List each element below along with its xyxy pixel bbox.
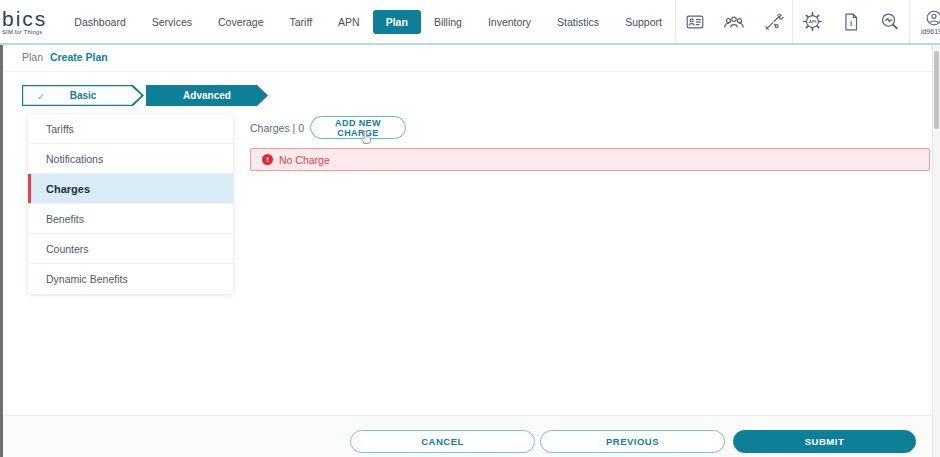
action-footer: CANCEL PREVIOUS SUBMIT (3, 415, 932, 457)
user-avatar-icon (924, 8, 940, 28)
scrollbar-thumb[interactable] (934, 51, 939, 129)
nav-inventory[interactable]: Inventory (475, 10, 544, 34)
plan-section-sidebar: Tariffs Notifications Charges Benefits C… (28, 114, 233, 294)
add-new-charge-button[interactable]: ADD NEW CHARGE (310, 116, 406, 139)
previous-button[interactable]: PREVIOUS (540, 430, 725, 453)
check-icon: ✓ (37, 90, 45, 101)
diagnostics-icon[interactable] (870, 10, 909, 33)
sidebar-item-notifications[interactable]: Notifications (28, 144, 233, 174)
user-menu[interactable]: id9619... (910, 8, 940, 35)
api-gear-icon[interactable]: API (793, 10, 832, 33)
top-header: bics SIM for Things Dashboard Services C… (0, 0, 940, 43)
brand-tagline: SIM for Things (2, 30, 47, 36)
nav-services[interactable]: Services (139, 10, 205, 34)
cancel-button[interactable]: CANCEL (350, 430, 535, 453)
document-info-icon[interactable]: i (832, 11, 870, 33)
breadcrumb-plan[interactable]: Plan (22, 51, 43, 63)
step-advanced-label: Advanced (183, 90, 231, 101)
alert-message: No Charge (279, 154, 330, 166)
breadcrumb: Plan Create Plan (22, 51, 108, 63)
header-accent-line (0, 43, 940, 45)
main-nav: Dashboard Services Coverage Tariff APN P… (61, 10, 675, 34)
user-id-label: id9619... (921, 28, 940, 35)
breadcrumb-create-plan: Create Plan (50, 51, 108, 63)
error-circle-icon: ! (262, 154, 273, 165)
step-advanced[interactable]: Advanced (146, 85, 268, 106)
header-toolbar: API i id9619... (675, 0, 940, 43)
brand-name: bics (2, 8, 47, 29)
nav-dashboard[interactable]: Dashboard (61, 10, 138, 34)
no-charge-alert: ! No Charge (250, 148, 930, 171)
nav-coverage[interactable]: Coverage (205, 10, 277, 34)
sidebar-item-benefits[interactable]: Benefits (28, 204, 233, 234)
wizard-steps: ✓ Basic Advanced (22, 85, 268, 106)
nav-tariff[interactable]: Tariff (277, 10, 326, 34)
sidebar-item-counters[interactable]: Counters (28, 234, 233, 264)
api-gear-label: API (809, 19, 816, 24)
left-panel-edge (0, 45, 3, 457)
nav-statistics[interactable]: Statistics (544, 10, 612, 34)
breadcrumb-divider (3, 71, 932, 72)
document-info-glyph: i (850, 19, 852, 28)
nav-apn[interactable]: APN (325, 10, 373, 34)
step-basic[interactable]: ✓ Basic (22, 85, 144, 106)
tools-icon[interactable] (754, 11, 792, 33)
bics-logo[interactable]: bics SIM for Things (2, 8, 47, 36)
sidebar-item-tariffs[interactable]: Tariffs (28, 114, 233, 144)
vertical-scrollbar[interactable] (932, 45, 940, 457)
id-card-icon[interactable] (676, 11, 714, 33)
sidebar-item-dynamic-benefits[interactable]: Dynamic Benefits (28, 264, 233, 294)
sidebar-item-charges[interactable]: Charges (28, 174, 233, 204)
team-icon[interactable] (714, 11, 754, 33)
submit-button[interactable]: SUBMIT (733, 430, 916, 453)
charges-count-label: Charges | 0 (250, 122, 304, 134)
nav-support[interactable]: Support (612, 10, 675, 34)
nav-billing[interactable]: Billing (421, 10, 475, 34)
nav-plan[interactable]: Plan (373, 10, 421, 34)
step-basic-label: Basic (70, 90, 97, 101)
